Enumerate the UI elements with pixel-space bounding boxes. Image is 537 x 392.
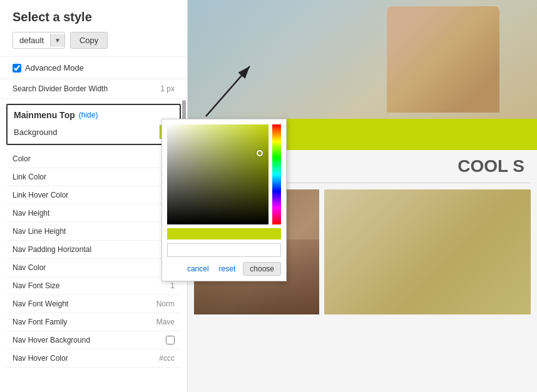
color-picker-popup: #c3d608 cancel reset choose [161, 119, 287, 281]
mainmenu-top-title: Mainmenu Top [14, 110, 75, 120]
setting-row-nav-height: Nav Height 8 [6, 204, 181, 223]
setting-row-nav-font-size: Nav Font Size 1 [6, 277, 181, 295]
panel-title: Select a style [13, 10, 175, 24]
image-2-content [324, 189, 531, 314]
transparency-checker [167, 228, 281, 239]
setting-label: Nav Hover Background [13, 336, 90, 344]
setting-row-nav-color: Nav Color [6, 259, 181, 277]
setting-label: Nav Color [13, 263, 46, 272]
setting-label: Link Color [13, 173, 46, 181]
setting-value: 1 [170, 281, 175, 290]
mainmenu-section: Mainmenu Top (hide) Background [6, 104, 181, 145]
style-select-value: default [13, 33, 50, 48]
background-label: Background [14, 128, 57, 137]
style-row: default ▼ Copy [13, 32, 175, 49]
color-preview-area [167, 228, 281, 239]
nav-hover-background-checkbox[interactable] [166, 336, 175, 344]
setting-value: Norm [156, 299, 175, 308]
setting-row-color: Color [6, 150, 181, 168]
picker-main-area [167, 124, 281, 224]
setting-row-link-color: Link Color [6, 168, 181, 186]
gradient-dark-overlay [167, 124, 268, 224]
setting-label: Color [13, 154, 31, 163]
panel-header: Select a style default ▼ Copy [0, 0, 187, 57]
hue-bar-gradient[interactable] [272, 124, 281, 224]
mainmenu-header: Mainmenu Top (hide) [14, 110, 173, 120]
hero-image-figure [387, 6, 499, 113]
chevron-down-icon[interactable]: ▼ [50, 34, 64, 47]
setting-row-link-hover-color: Link Hover Color [6, 186, 181, 204]
setting-label: Nav Font Weight [13, 299, 68, 308]
setting-row-nav-line-height: Nav Line Height [6, 223, 181, 241]
hide-link[interactable]: (hide) [79, 111, 98, 119]
preview-image-2 [324, 189, 531, 314]
background-row: Background [14, 125, 173, 139]
style-select[interactable]: default ▼ [13, 32, 65, 49]
setting-label: Nav Font Family [13, 318, 67, 326]
settings-list: Color Link Color Link Hover Color Nav He… [0, 150, 187, 368]
search-divider-row: Search Divider Border Width 1 px [0, 79, 187, 99]
advanced-mode-checkbox[interactable] [13, 64, 21, 73]
search-divider-label: Search Divider Border Width [13, 84, 108, 93]
setting-row-nav-hover-color: Nav Hover Color #ccc [6, 349, 181, 368]
setting-label: Nav Height [13, 209, 49, 218]
reset-button[interactable]: reset [217, 262, 238, 276]
setting-label: Nav Font Size [13, 281, 59, 290]
setting-value: #ccc [159, 354, 175, 363]
setting-value: Mave [156, 318, 175, 326]
setting-label: Nav Padding Horizontal [13, 245, 91, 254]
color-preview-overlay [167, 228, 281, 239]
color-gradient-area[interactable] [167, 124, 268, 224]
copy-button[interactable]: Copy [70, 32, 108, 49]
picker-actions: cancel reset choose [167, 262, 281, 276]
setting-row-nav-padding-horizontal: Nav Padding Horizontal [6, 241, 181, 259]
choose-button[interactable]: choose [243, 262, 281, 276]
search-divider-value: 1 px [160, 84, 175, 93]
cancel-button[interactable]: cancel [185, 262, 212, 276]
setting-label: Nav Hover Color [13, 354, 68, 363]
hex-input[interactable]: #c3d608 [167, 243, 281, 257]
setting-label: Link Hover Color [13, 191, 68, 199]
preview-hero [188, 0, 537, 119]
setting-row-nav-font-family: Nav Font Family Mave [6, 313, 181, 331]
left-panel: Select a style default ▼ Copy Advanced M… [0, 0, 188, 392]
advanced-mode-row: Advanced Mode [0, 57, 187, 79]
hue-bar[interactable] [272, 124, 281, 224]
setting-label: Nav Line Height [13, 227, 66, 236]
setting-row-nav-hover-background: Nav Hover Background [6, 331, 181, 349]
color-cursor [257, 150, 263, 156]
setting-row-nav-font-weight: Nav Font Weight Norm [6, 295, 181, 313]
advanced-mode-label: Advanced Mode [25, 63, 84, 73]
hex-input-row: #c3d608 [167, 243, 281, 257]
